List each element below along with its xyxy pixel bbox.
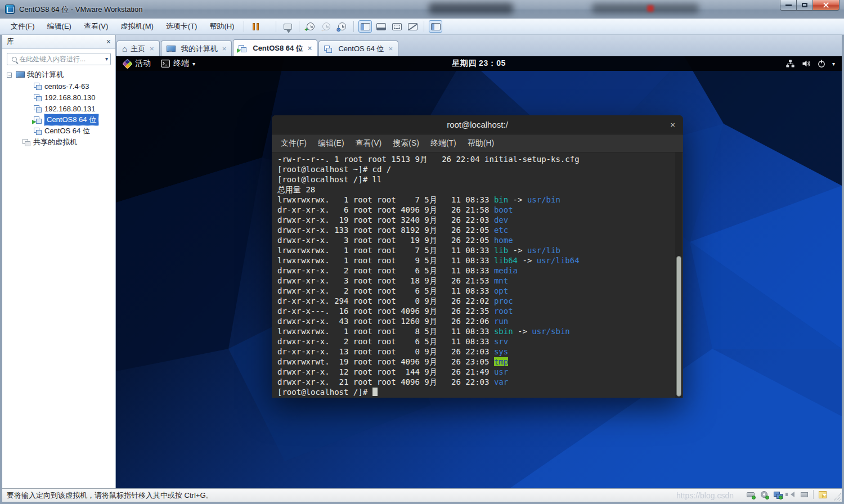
terminal-line: dr-xr-xr-x. 13 root root 0 9月 26 22:03 s…	[277, 346, 683, 357]
file-name: home	[494, 236, 513, 245]
file-entry-prefix: dr-xr-xr-x. 13 root root 0 9月 26 22:03	[277, 347, 494, 356]
power-icon	[817, 59, 826, 68]
vm-icon	[239, 45, 246, 52]
tab-close-icon[interactable]: ×	[308, 44, 312, 52]
cdrom-device-button[interactable]	[759, 490, 769, 499]
vm-icon	[34, 94, 41, 101]
sidebar-item-2[interactable]: 192.168.80.130	[2, 92, 115, 103]
sidebar-item-label: 192.168.80.131	[44, 105, 95, 113]
activities-button[interactable]: 活动	[116, 58, 151, 69]
library-panel-toggle-button[interactable]	[429, 20, 442, 33]
library-search-box[interactable]: ▾	[7, 53, 111, 65]
close-button[interactable]	[813, 0, 839, 11]
usb-icon	[801, 492, 808, 497]
file-entry-prefix: lrwxrwxrwx. 1 root root 7 5月 11 08:33	[277, 246, 494, 255]
sidebar-item-1[interactable]: centos-7.4-63	[2, 80, 115, 92]
sidebar-item-label: 192.168.80.130	[44, 93, 95, 102]
menubar-item-3[interactable]: 虚拟机(M)	[114, 19, 160, 34]
terminal-line: -rw-r--r--. 1 root root 1513 9月 26 22:04…	[277, 154, 683, 164]
terminal-menu-item-0[interactable]: 文件(F)	[275, 136, 312, 151]
pause-dropdown[interactable]	[264, 20, 271, 33]
network-adapter-button[interactable]	[773, 490, 782, 499]
tab-1[interactable]: 我的计算机×	[161, 40, 232, 56]
tab-close-icon[interactable]: ×	[388, 44, 393, 53]
tab-0[interactable]: ⌂主页×	[116, 40, 160, 56]
terminal-line: drwxr-xr-x. 133 root root 8192 9月 26 22:…	[277, 225, 683, 235]
sidebar-item-3[interactable]: 192.168.80.131	[2, 103, 115, 114]
search-dropdown-icon[interactable]: ▾	[105, 56, 108, 62]
library-title: 库	[7, 37, 14, 47]
computer-icon	[16, 71, 24, 78]
search-input[interactable]	[19, 55, 105, 63]
file-entry-prefix: drwxr-xr-x. 2 root root 6 5月 11 08:33	[277, 286, 494, 295]
sidebar-item-4[interactable]: CentOS8 64 位	[2, 114, 115, 125]
library-close-icon[interactable]: ×	[106, 38, 111, 46]
show-console-view-button[interactable]	[374, 20, 388, 33]
sound-device-button[interactable]	[786, 490, 796, 499]
scrollbar-thumb[interactable]	[676, 256, 681, 397]
file-name: sys	[494, 347, 508, 356]
terminal-menu-item-2[interactable]: 查看(V)	[350, 136, 388, 151]
tab-label: CentOS8 64 位	[253, 43, 303, 53]
revert-snapshot-button[interactable]: ←	[320, 20, 333, 33]
take-snapshot-button[interactable]: +	[304, 20, 317, 33]
file-name: root	[494, 307, 513, 316]
snapshot-manager-button[interactable]: ⚙	[335, 20, 349, 33]
fullscreen-button[interactable]	[390, 20, 403, 33]
hdd-device-button[interactable]	[746, 490, 755, 499]
revert-badge-icon: ←	[320, 27, 326, 33]
tab-close-icon[interactable]: ×	[222, 44, 227, 53]
terminal-scrollbar[interactable]	[675, 152, 682, 398]
system-status-area[interactable]: ▾	[785, 56, 835, 71]
tab-close-icon[interactable]: ×	[150, 44, 154, 53]
tree-expander-icon[interactable]	[7, 73, 12, 78]
menubar-item-4[interactable]: 选项卡(T)	[160, 19, 204, 34]
resize-grip[interactable]	[833, 493, 841, 501]
usb-device-button[interactable]	[800, 490, 809, 499]
show-sidebar-view-button[interactable]	[358, 20, 372, 33]
sound-icon	[788, 492, 794, 497]
file-name: dev	[494, 215, 508, 224]
sidebar-item-0[interactable]: 我的计算机	[2, 69, 115, 80]
sidebar-item-label: 我的计算机	[27, 70, 64, 80]
terminal-menu-item-3[interactable]: 搜索(S)	[387, 136, 425, 151]
file-entry-prefix: dr-xr-x---. 16 root root 4096 9月 26 22:3…	[277, 307, 494, 316]
ctrl-alt-del-icon	[284, 24, 292, 30]
clock-button[interactable]: 星期四 23：05	[452, 58, 506, 69]
tab-2[interactable]: CentOS8 64 位×	[233, 39, 317, 56]
terminal-icon	[161, 60, 170, 68]
menubar-item-5[interactable]: 帮助(H)	[203, 19, 240, 34]
app-menu-button[interactable]: 终端 ▾	[161, 58, 195, 69]
tab-3[interactable]: CentOS 64 位×	[318, 40, 398, 56]
terminal-line: dr-xr-xr-x. 294 root root 0 9月 26 22:02 …	[277, 296, 683, 306]
terminal-menu-item-4[interactable]: 终端(T)	[425, 136, 462, 151]
sidebar-item-6[interactable]: 共享的虚拟机	[2, 137, 115, 148]
terminal-close-icon[interactable]: ×	[670, 120, 675, 129]
menubar-item-1[interactable]: 编辑(E)	[41, 19, 78, 34]
terminal-line: [root@localhost /]# ll	[277, 174, 683, 184]
file-entry-prefix: dr-xr-xr-x. 294 root root 0 9月 26 22:02	[277, 296, 494, 305]
running-play-icon	[237, 48, 241, 53]
shell-prompt: [root@localhost /]#	[277, 388, 372, 397]
menubar-item-2[interactable]: 查看(V)	[78, 19, 114, 34]
terminal-line: lrwxrwxrwx. 1 root root 7 5月 11 08:33 li…	[277, 245, 683, 255]
pause-button[interactable]	[249, 20, 262, 33]
terminal-menu-item-5[interactable]: 帮助(H)	[462, 136, 500, 151]
file-name: tmp	[494, 357, 508, 366]
terminal-menu-item-1[interactable]: 编辑(E)	[312, 136, 350, 151]
file-entry-prefix: lrwxrwxrwx. 1 root root 9 5月 11 08:33	[277, 256, 494, 265]
file-entry-prefix: lrwxrwxrwx. 1 root root 8 5月 11 08:33	[277, 327, 494, 336]
app-menu-label: 终端	[173, 58, 189, 69]
menubar-item-0[interactable]: 文件(F)	[5, 19, 41, 34]
sidebar-item-5[interactable]: CentOS 64 位	[2, 125, 115, 137]
terminal-line: lrwxrwxrwx. 1 root root 7 5月 11 08:33 bi…	[277, 195, 683, 205]
terminal-titlebar[interactable]: root@localhost:/ ×	[272, 115, 683, 134]
send-ctrl-alt-del-button[interactable]	[281, 20, 294, 33]
terminal-output[interactable]: -rw-r--r--. 1 root root 1513 9月 26 22:04…	[272, 152, 683, 398]
minimize-button[interactable]	[780, 0, 797, 11]
window-title: CentOS8 64 位 - VMware Workstation	[19, 4, 142, 15]
message-log-button[interactable]	[818, 490, 827, 499]
library-sidebar: 库 × ▾ 我的计算机centos-7.4-63192.168.80.13019…	[2, 35, 116, 488]
maximize-button[interactable]	[797, 0, 813, 11]
unity-mode-button[interactable]	[406, 20, 419, 33]
